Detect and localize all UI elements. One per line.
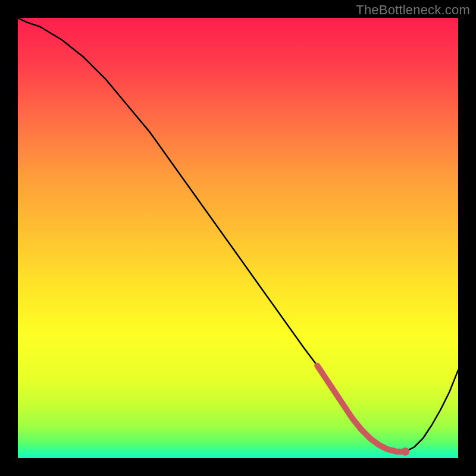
watermark-text: TheBottleneck.com xyxy=(356,2,470,18)
chart-frame: TheBottleneck.com xyxy=(0,0,476,476)
bottleneck-curve xyxy=(18,18,458,458)
plot-area xyxy=(18,18,458,458)
curve-path xyxy=(18,18,458,452)
highlight-path xyxy=(317,366,405,452)
highlight-end-dot xyxy=(401,447,409,456)
